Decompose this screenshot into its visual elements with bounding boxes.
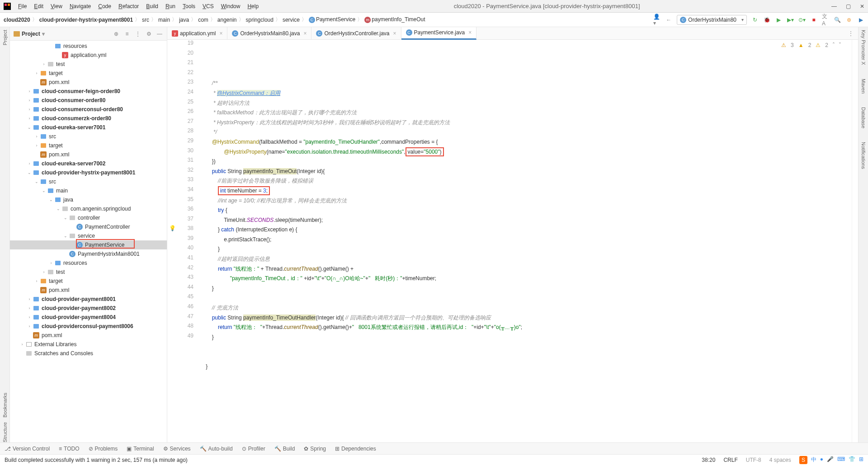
crumb-8[interactable]: service <box>283 17 300 23</box>
tabs-overflow-icon[interactable]: ⋮ <box>844 30 858 37</box>
updates-icon[interactable]: ▶ <box>857 16 864 23</box>
file-encoding[interactable]: UTF-8 <box>746 457 761 463</box>
close-tab-icon[interactable]: × <box>393 30 396 37</box>
cn-icon[interactable]: 中 <box>811 456 816 464</box>
tree-item[interactable]: ⌄java <box>10 195 167 204</box>
tree-item[interactable]: mpom.xml <box>10 150 167 159</box>
crumb-5[interactable]: com <box>198 17 208 23</box>
run-config-combo[interactable]: COrderHystrixMain80 <box>677 15 747 25</box>
close-tab-icon[interactable]: × <box>468 29 472 36</box>
menu-refactor[interactable]: Refactor <box>115 2 142 10</box>
tree-item[interactable]: mpom.xml <box>10 78 167 87</box>
tree-item[interactable]: CPaymentHystrixMain8001 <box>10 249 167 258</box>
maximize-icon[interactable]: ▢ <box>846 3 851 9</box>
menu-code[interactable]: Code <box>94 2 115 10</box>
close-tab-icon[interactable]: × <box>303 30 307 37</box>
crumb-4[interactable]: java <box>179 17 189 23</box>
tree-item[interactable]: ›target <box>10 69 167 78</box>
tab-application.yml[interactable]: yapplication.yml× <box>167 27 227 40</box>
tab-OrderHystrixMain80.java[interactable]: COrderHystrixMain80.java× <box>227 27 311 40</box>
tab-OrderHystirxController.java[interactable]: COrderHystirxController.java× <box>311 27 401 40</box>
tab-PaymentService.java[interactable]: CPaymentService.java× <box>401 27 477 40</box>
run-icon[interactable]: ↻ <box>751 16 759 23</box>
crumb-7[interactable]: springcloud <box>246 17 274 23</box>
caret-pos[interactable]: 38:20 <box>702 457 715 463</box>
tree-item[interactable]: ›resources <box>10 258 167 268</box>
crumb-6[interactable]: angenin <box>217 17 237 23</box>
crumb-2[interactable]: src <box>142 17 149 23</box>
nav-back-icon[interactable]: ← <box>665 16 672 23</box>
crumb-3[interactable]: main <box>158 17 170 23</box>
tool-structure[interactable]: Structure <box>2 422 8 442</box>
menu-edit[interactable]: Edit <box>30 2 47 10</box>
shirt-icon[interactable]: 👕 <box>849 456 855 464</box>
mic-icon[interactable]: 🎤 <box>827 456 834 464</box>
menu-help[interactable]: Help <box>244 2 262 10</box>
tree-item[interactable]: ›src <box>10 132 167 141</box>
tree-item[interactable]: CPaymentService <box>10 240 167 249</box>
tree-item[interactable]: ›test <box>10 268 167 277</box>
panel-spring[interactable]: ✿Spring <box>304 446 326 452</box>
close-tab-icon[interactable]: × <box>219 30 222 37</box>
tool-notifications[interactable]: Notifications <box>861 142 866 169</box>
breadcrumb[interactable]: cloud2020〉cloud-provider-hystrix-payment… <box>4 16 425 23</box>
dot-icon[interactable]: ● <box>820 456 823 464</box>
profile-icon[interactable]: ⊙▾ <box>798 16 806 23</box>
tree-item[interactable]: CPaymentController <box>10 222 167 231</box>
tool-database[interactable]: Database <box>861 107 866 128</box>
tree-item[interactable]: ›target <box>10 277 167 286</box>
tree-item[interactable]: mpom.xml <box>10 331 167 340</box>
minimize-icon[interactable]: — <box>831 3 837 9</box>
tree-item[interactable]: ›cloud-provider-payment8001 <box>10 295 167 304</box>
locate-icon[interactable]: ⊕ <box>113 30 120 38</box>
search-icon[interactable]: 🔍 <box>834 16 841 23</box>
tree-item[interactable]: ›cloud-consumerconsul-order80 <box>10 105 167 114</box>
menu-file[interactable]: File <box>14 2 30 10</box>
tree-item[interactable]: resources <box>10 42 167 51</box>
menu-tools[interactable]: Tools <box>179 2 199 10</box>
panel-todo[interactable]: ≡TODO <box>59 446 79 452</box>
tree-item[interactable]: ›cloud-consumer-order80 <box>10 96 167 105</box>
run-play-icon[interactable]: ▶ <box>775 16 782 23</box>
menu-window[interactable]: Window <box>217 2 244 10</box>
indent[interactable]: 4 spaces <box>769 457 791 463</box>
tree-item[interactable]: ›cloud-provider-payment8002 <box>10 304 167 313</box>
tree-item[interactable]: ⌄service <box>10 231 167 240</box>
tool-bookmarks[interactable]: Bookmarks <box>2 393 8 418</box>
hide-icon[interactable]: — <box>156 30 163 38</box>
tree-item[interactable]: ›cloud-provider-payment8004 <box>10 313 167 322</box>
code-editor[interactable]: ⚠3 ▲2 ⚠2 ˆˇ /** * @HystrixCommand：启用 * 超… <box>197 40 852 442</box>
gear-icon[interactable]: ⚙ <box>145 30 152 38</box>
tree-item[interactable]: ›cloud-consumer-feign-order80 <box>10 87 167 96</box>
tree-item[interactable]: ⌄main <box>10 186 167 195</box>
crumb-1[interactable]: cloud-provider-hystrix-payment8001 <box>39 17 133 23</box>
panel-dependencies[interactable]: ⊞Dependencies <box>335 446 376 452</box>
panel-build[interactable]: 🔨Build <box>274 446 295 452</box>
menu-run[interactable]: Run <box>162 2 179 10</box>
tree-item[interactable]: ⌄controller <box>10 213 167 222</box>
tree-item[interactable]: ›target <box>10 141 167 150</box>
panel-terminal[interactable]: ▣Terminal <box>127 446 154 452</box>
tree-item[interactable]: ⌄cloud-eureka-server7001 <box>10 123 167 132</box>
inspection-summary[interactable]: ⚠3 ▲2 ⚠2 ˆˇ <box>778 41 844 51</box>
coverage-icon[interactable]: ▶▾ <box>787 16 794 23</box>
tree-item[interactable]: ›External Libraries <box>10 340 167 349</box>
crumb-10[interactable]: mpaymentInfo_TimeOut <box>364 16 425 23</box>
user-icon[interactable]: 👤▾ <box>653 16 660 23</box>
panel-profiler[interactable]: ⊙Profiler <box>242 446 265 452</box>
menu-view[interactable]: View <box>47 2 66 10</box>
tree-item[interactable]: mpom.xml <box>10 286 167 295</box>
panel-problems[interactable]: ⊘Problems <box>89 446 118 452</box>
line-separator[interactable]: CRLF <box>723 457 737 463</box>
tree-item[interactable]: Scratches and Consoles <box>10 349 167 358</box>
crumb-9[interactable]: CPaymentService <box>309 16 355 23</box>
debug-icon[interactable]: 🐞 <box>763 16 770 23</box>
tree-item[interactable]: ⌄com.angenin.springcloud <box>10 204 167 213</box>
tool-keypromoter[interactable]: Key Promoter X <box>861 30 866 65</box>
menu-vcs[interactable]: VCS <box>199 2 217 10</box>
keyboard-icon[interactable]: ⌨ <box>837 456 845 464</box>
tree-item[interactable]: ⌄src <box>10 177 167 186</box>
project-panel-title[interactable]: Project ▾ <box>14 31 45 37</box>
grid-icon[interactable]: ⊞ <box>859 456 863 464</box>
crumb-0[interactable]: cloud2020 <box>4 17 30 23</box>
